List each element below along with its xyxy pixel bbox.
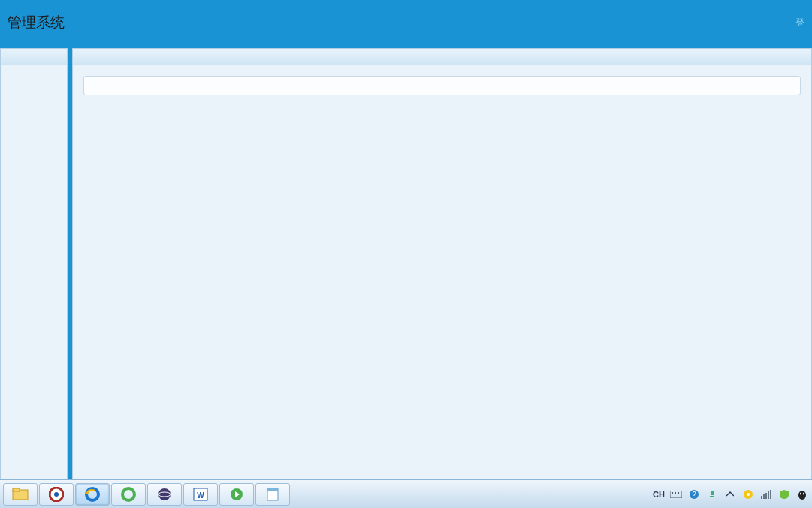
sidebar-item-3[interactable]: [2, 79, 65, 82]
svg-point-29: [800, 492, 801, 494]
svg-point-22: [747, 493, 750, 496]
network-icon[interactable]: [705, 488, 719, 501]
svg-text:W: W: [197, 491, 204, 500]
taskbar-buttons: W: [3, 483, 290, 506]
qq-icon[interactable]: [795, 488, 809, 501]
system-tray: CH ?: [653, 488, 809, 501]
svg-rect-14: [672, 492, 673, 494]
ie-icon[interactable]: [75, 483, 110, 506]
svg-rect-20: [710, 496, 714, 497]
svg-rect-19: [711, 491, 714, 495]
keyboard-icon[interactable]: [669, 488, 683, 501]
svg-rect-27: [770, 490, 771, 499]
svg-point-5: [122, 488, 134, 500]
explorer-icon[interactable]: [3, 483, 38, 506]
svg-rect-23: [761, 496, 762, 499]
panel-body: [73, 65, 811, 479]
workspace: [0, 45, 812, 479]
svg-rect-24: [763, 494, 765, 499]
taskbar: W CH ?: [0, 479, 812, 508]
shield-icon[interactable]: [741, 488, 755, 501]
chevron-icon[interactable]: [723, 488, 737, 501]
svg-rect-13: [670, 491, 682, 498]
browser-icon[interactable]: [39, 483, 74, 506]
defender-icon[interactable]: [777, 488, 791, 501]
signal-icon[interactable]: [759, 488, 773, 501]
main-input[interactable]: [83, 76, 801, 95]
svg-rect-12: [267, 488, 278, 491]
svg-text:?: ?: [692, 491, 696, 499]
app-header: 管理系统 登: [0, 0, 812, 45]
panel-header: [73, 49, 811, 65]
notepad-icon[interactable]: [255, 483, 290, 506]
ime-indicator[interactable]: CH: [653, 490, 665, 499]
svg-rect-16: [678, 492, 679, 494]
media-icon[interactable]: [219, 483, 254, 506]
word-icon[interactable]: W: [183, 483, 218, 506]
svg-rect-25: [765, 493, 767, 499]
svg-rect-26: [768, 491, 769, 499]
main-panel: [72, 48, 812, 479]
svg-rect-1: [13, 488, 20, 491]
svg-point-6: [158, 488, 171, 500]
sidebar-items: [1, 65, 67, 86]
sidebar-header: [1, 49, 67, 65]
svg-point-3: [54, 492, 59, 497]
svg-rect-15: [675, 492, 676, 494]
app-title: 管理系统: [8, 13, 65, 32]
green-browser-icon[interactable]: [111, 483, 146, 506]
eclipse-icon[interactable]: [147, 483, 182, 506]
help-icon[interactable]: ?: [687, 488, 701, 501]
sidebar: [0, 48, 68, 479]
svg-point-30: [803, 492, 804, 494]
svg-point-28: [798, 491, 806, 500]
header-right-text[interactable]: 登: [795, 17, 804, 29]
